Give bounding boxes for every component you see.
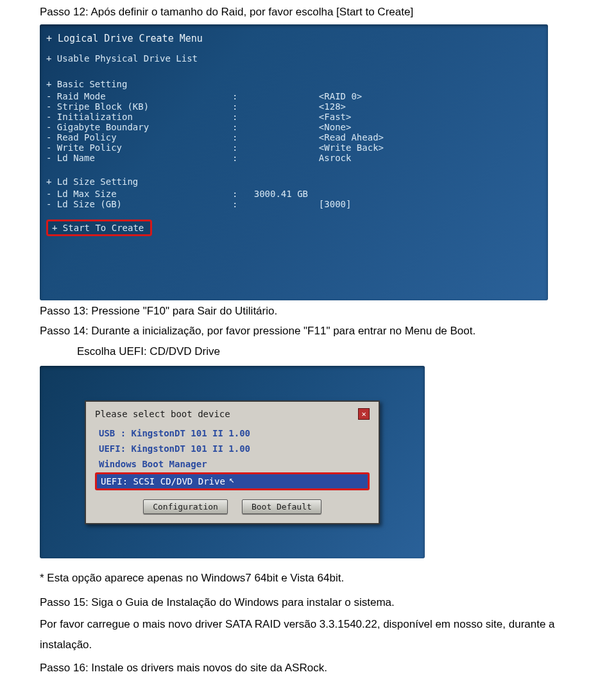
boot-default-button: Boot Default	[242, 499, 321, 514]
step12-text: Passo 12: Após definir o tamanho do Raid…	[40, 4, 576, 21]
bios-init-val: <Fast>	[319, 112, 352, 122]
step15b-text: Por favor carregue o mais novo driver SA…	[40, 614, 576, 656]
bios-ldname-lbl: - Ld Name	[46, 153, 95, 163]
bios-ldmax-lbl: - Ld Max Size	[46, 189, 117, 199]
configuration-button: Configuration	[143, 499, 228, 514]
bios-ldmax-val: 3000.41 GB	[254, 189, 308, 199]
bios-gig-val: <None>	[319, 122, 352, 132]
bios-screenshot: + Logical Drive Create Menu + Usable Phy…	[40, 24, 548, 300]
note-text: * Esta opção aparece apenas no Windows7 …	[40, 570, 576, 587]
bios-stripe-val: <128>	[319, 101, 346, 112]
boot-item-usb: USB : KingstonDT 101 II 1.00	[95, 426, 370, 440]
start-to-create-highlight: + Start To Create	[46, 219, 152, 236]
bios-ldsize-setting: + Ld Size Setting	[46, 176, 542, 187]
bios-ldsize-val: [3000]	[319, 199, 352, 209]
cursor-icon: ↖	[229, 475, 237, 485]
bios-stripe-lbl: - Stripe Block (KB)	[46, 101, 149, 112]
boot-item-uefi-cddvd-selected: UEFI: SCSI CD/DVD Drive ↖	[95, 472, 370, 490]
step14b-text: Escolha UEFI: CD/DVD Drive	[77, 343, 576, 360]
step15-text: Passo 15: Siga o Guia de Instalação do W…	[40, 594, 576, 611]
bios-basic: + Basic Setting	[46, 79, 542, 89]
bios-read-val: <Read Ahead>	[319, 132, 384, 142]
bios-write-lbl: - Write Policy	[46, 142, 122, 153]
step14-text: Passo 14: Durante a inicialização, por f…	[40, 323, 576, 340]
boot-item-uefi-usb: UEFI: KingstonDT 101 II 1.00	[95, 442, 370, 456]
bios-raidmode-lbl: - Raid Mode	[46, 91, 106, 101]
boot-item-windows: Windows Boot Manager	[95, 457, 370, 471]
bios-read-lbl: - Read Policy	[46, 132, 117, 142]
bios-init-lbl: - Initialization	[46, 112, 133, 122]
bios-raidmode-val: <RAID 0>	[319, 91, 362, 101]
boot-item-uefi-cddvd-text: UEFI: SCSI CD/DVD Drive	[101, 476, 225, 486]
bios-gig-lbl: - Gigabyte Boundary	[46, 122, 149, 132]
bios-ldsize-lbl: - Ld Size (GB)	[46, 199, 122, 209]
bios-usable: + Usable Physical Drive List	[46, 53, 542, 64]
dialog-title: Please select boot device	[95, 409, 230, 419]
bios-write-val: <Write Back>	[319, 142, 384, 153]
bios-header: + Logical Drive Create Menu	[46, 33, 542, 44]
boot-dialog: Please select boot device ✕ USB : Kingst…	[85, 400, 380, 524]
bios-ldname-val: Asrock	[319, 153, 352, 163]
step13-text: Passo 13: Pressione "F10" para Sair do U…	[40, 303, 576, 320]
close-icon: ✕	[358, 408, 370, 420]
boot-dialog-screenshot: Please select boot device ✕ USB : Kingst…	[40, 366, 425, 558]
step16-text: Passo 16: Instale os drivers mais novos …	[40, 660, 576, 676]
